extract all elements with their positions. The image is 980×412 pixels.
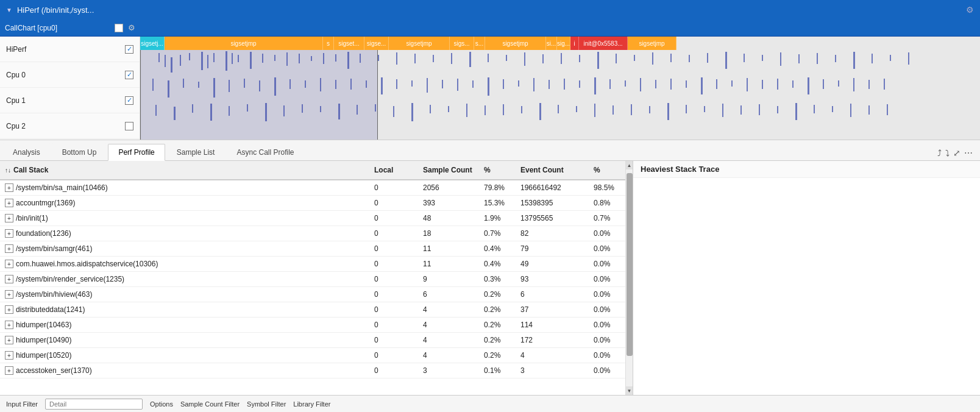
svg-rect-55 — [213, 78, 215, 98]
timeline-checkbox-cpu1[interactable]: ✓ — [125, 96, 133, 105]
svg-rect-9 — [232, 53, 233, 64]
expand-icon-9[interactable]: + — [5, 321, 13, 329]
scrollbar-up-arrow[interactable]: ▲ — [626, 161, 633, 169]
title-bar: ▼ HiPerf (/bin/init,/syst... ⚙ — [0, 0, 980, 20]
svg-rect-61 — [305, 80, 306, 88]
expand-icon-11[interactable]: + — [5, 351, 13, 360]
tab-bottom-up[interactable]: Bottom Up — [52, 143, 107, 160]
import-icon[interactable]: ⤵ — [945, 148, 950, 158]
timeline-checkbox-hiperf[interactable]: ✓ — [125, 45, 133, 54]
symbol-filter-item[interactable]: Symbol Filter — [247, 400, 286, 408]
th-local[interactable]: Local — [369, 163, 418, 177]
process-label: sigs... — [450, 37, 474, 50]
table-row[interactable]: + hidumper(10463) 0 4 0.2% 114 0.0% — [0, 318, 625, 333]
expand-icon-7[interactable]: + — [5, 290, 13, 299]
td-local-5: 0 — [369, 257, 418, 271]
waveform-svg — [140, 50, 980, 140]
expand-icon-4[interactable]: + — [5, 244, 13, 253]
scrollbar-thumb[interactable] — [627, 173, 633, 356]
table-row[interactable]: + com.huawei.hmos.aidispatchservice(1030… — [0, 257, 625, 272]
svg-rect-93 — [792, 80, 794, 88]
tab-sample-list[interactable]: Sample List — [166, 143, 225, 160]
svg-rect-138 — [850, 104, 851, 117]
sample-count-filter-item[interactable]: Sample Count Filter — [180, 400, 240, 408]
process-label: s... — [474, 37, 485, 50]
svg-rect-70 — [442, 80, 443, 88]
stack-trace-content[interactable] — [633, 178, 980, 395]
th-sample-count[interactable]: Sample Count — [418, 163, 479, 177]
callchart-gear-icon[interactable]: ⚙ — [128, 23, 135, 32]
expand-icon-5[interactable]: + — [5, 260, 13, 268]
library-filter-item[interactable]: Library Filter — [293, 400, 330, 408]
callchart-label: CallChart [cpu0] — [5, 24, 115, 32]
td-sample-pct-7: 0.2% — [479, 287, 516, 302]
td-sample-count-11: 4 — [418, 348, 479, 363]
timeline-checkbox-cpu2[interactable] — [125, 122, 133, 130]
expand-icon-0[interactable]: + — [5, 183, 13, 192]
tab-perf-profile[interactable]: Perf Profile — [108, 144, 165, 161]
tab-async-call-profile[interactable]: Async Call Profile — [226, 143, 304, 160]
expand-icon-12[interactable]: + — [5, 366, 13, 375]
process-label: si... — [546, 37, 557, 50]
td-sample-count-7: 6 — [418, 287, 479, 302]
svg-rect-140 — [887, 104, 888, 115]
scrollbar-track[interactable]: ▲ ▼ — [625, 161, 633, 395]
svg-rect-25 — [451, 53, 452, 64]
table-row[interactable]: + /system/bin/sa_main(10466) 0 2056 79.8… — [0, 180, 625, 196]
th-event-pct[interactable]: % — [589, 163, 625, 177]
table-row[interactable]: + /system/bin/hiview(463) 0 6 0.2% 6 0.0… — [0, 287, 625, 302]
stack-trace-panel: Heaviest Stack Trace — [633, 161, 980, 395]
expand-icon-6[interactable]: + — [5, 275, 13, 283]
td-event-count-1: 15398395 — [516, 196, 589, 210]
call-stack-name-12: accesstoken_ser(1370) — [16, 366, 92, 375]
table-row[interactable]: + hidumper(10490) 0 4 0.2% 172 0.0% — [0, 333, 625, 348]
expand-panel-icon[interactable]: ⤢ — [953, 148, 960, 158]
table-row[interactable]: + distributeddata(1241) 0 4 0.2% 37 0.0% — [0, 302, 625, 318]
th-call-stack[interactable]: ↑↓ Call Stack — [0, 163, 369, 177]
table-row[interactable]: + hidumper(10520) 0 4 0.2% 4 0.0% — [0, 348, 625, 363]
tab-analysis[interactable]: Analysis — [2, 143, 51, 160]
svg-rect-13 — [274, 55, 275, 61]
svg-rect-109 — [320, 106, 321, 112]
timeline-checkbox-cpu0[interactable]: ✓ — [125, 71, 133, 79]
svg-rect-21 — [378, 55, 379, 61]
table-row[interactable]: + /system/bin/samgr(461) 0 11 0.4% 79 0.… — [0, 241, 625, 257]
table-row[interactable]: + /system/bin/render_service(1235) 0 9 0… — [0, 272, 625, 287]
title-gear-icon[interactable]: ⚙ — [966, 5, 974, 15]
svg-rect-128 — [667, 103, 669, 120]
svg-rect-98 — [868, 80, 870, 89]
td-event-pct-0: 98.5% — [589, 180, 625, 195]
svg-rect-56 — [229, 80, 230, 92]
table-row[interactable]: + accesstoken_ser(1370) 0 3 0.1% 3 0.0% — [0, 363, 625, 378]
export-icon[interactable]: ⤴ — [937, 148, 942, 158]
th-event-count[interactable]: Event Count — [516, 163, 589, 177]
td-event-count-2: 13795565 — [516, 211, 589, 226]
collapse-icon[interactable]: ▼ — [6, 7, 12, 13]
th-sample-pct[interactable]: % — [479, 163, 516, 177]
svg-rect-106 — [265, 103, 267, 121]
svg-rect-48 — [872, 54, 873, 63]
svg-rect-86 — [686, 80, 687, 88]
table-row[interactable]: + /bin/init(1) 0 48 1.9% 13795565 0.7% — [0, 211, 625, 226]
table-row[interactable]: + foundation(1236) 0 18 0.7% 82 0.0% — [0, 226, 625, 241]
td-event-count-11: 4 — [516, 348, 589, 363]
td-sample-pct-11: 0.2% — [479, 348, 516, 363]
scrollbar-down-arrow[interactable]: ▼ — [626, 386, 633, 395]
filter-input[interactable] — [45, 399, 143, 410]
options-item[interactable]: Options — [150, 400, 173, 408]
tabs-bar: Analysis Bottom Up Perf Profile Sample L… — [0, 140, 980, 161]
expand-icon-1[interactable]: + — [5, 199, 13, 207]
table-row[interactable]: + accountmgr(1369) 0 393 15.3% 15398395 … — [0, 196, 625, 211]
td-local-11: 0 — [369, 348, 418, 363]
expand-icon-8[interactable]: + — [5, 305, 13, 314]
expand-icon-3[interactable]: + — [5, 229, 13, 238]
svg-rect-31 — [561, 53, 562, 64]
svg-rect-53 — [183, 79, 184, 88]
more-icon[interactable]: ⋯ — [964, 148, 973, 158]
svg-rect-62 — [320, 78, 321, 91]
svg-rect-78 — [564, 79, 565, 90]
expand-icon-10[interactable]: + — [5, 336, 13, 344]
process-labels-row: sigsetj...sigsetjmpssigset...sigse...sig… — [140, 37, 980, 50]
expand-icon-2[interactable]: + — [5, 214, 13, 222]
callchart-checkbox[interactable] — [115, 24, 123, 32]
